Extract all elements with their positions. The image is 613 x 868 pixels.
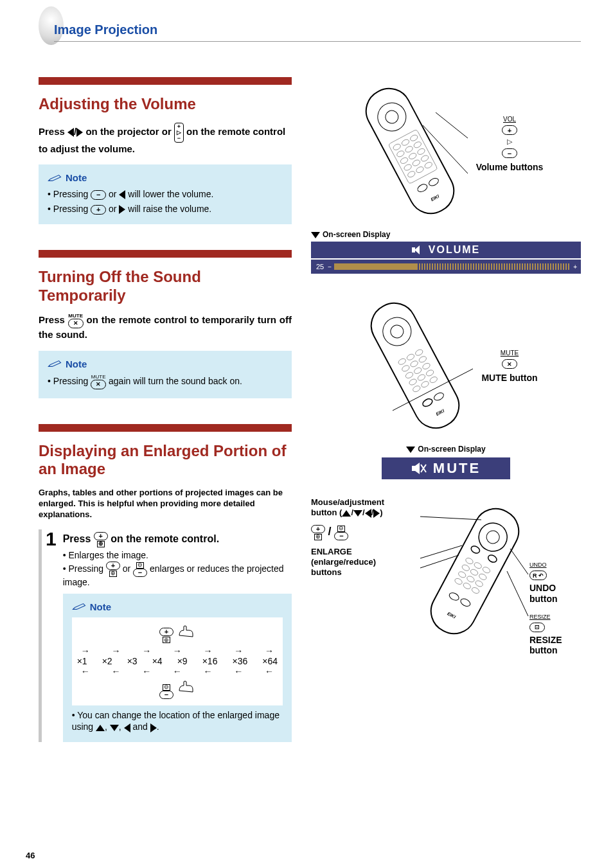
figure-volume: EIKI VOL + ▷ − Volume buttons On-screen …: [311, 77, 581, 274]
hand-press-icon: [176, 624, 195, 638]
mute-speaker-icon: [411, 462, 427, 475]
enlarge-note: Note +⊕ →→→→→→→: [63, 594, 292, 742]
figure-mute: EIKI MUTE ✕ MUTE button On-screen Displa…: [311, 292, 581, 479]
heading-adjust-volume: Adjusting the Volume: [39, 95, 292, 114]
right-arrow-icon: [76, 128, 83, 137]
enlarge-plus-icon: +⊕: [311, 525, 325, 540]
vol-plus-icon: +: [502, 125, 517, 135]
up-arrow-icon: [96, 725, 105, 731]
minus-button-icon: −: [91, 190, 106, 200]
plus-button-icon: +: [91, 205, 106, 215]
osd-volume-level: 25 − +: [311, 260, 581, 274]
note-icon: [48, 173, 62, 182]
right-arrow-icon: [119, 205, 125, 214]
section-adjust-volume: Adjusting the Volume Press / on the proj…: [39, 77, 292, 224]
zoom-levels: ×1 ×2 ×3 ×4 ×9 ×16 ×36 ×64: [72, 656, 283, 666]
mute-button-label: MUTE button: [481, 373, 537, 384]
right-arrow-icon: [150, 723, 157, 732]
osd-mute-bar: MUTE: [382, 457, 510, 479]
undo-callout: UNDO R ↶: [529, 562, 581, 580]
enlarge-minus-icon: ⊖−: [133, 562, 147, 577]
enlarge-plus-icon: +⊕: [159, 628, 173, 643]
zoom-diagram: +⊕ →→→→→→→ ×1 ×2 ×3 ×4: [72, 617, 283, 705]
svg-line-70: [420, 517, 481, 520]
arrow-row-left: ←←←←←←←: [72, 666, 283, 677]
note-icon: [48, 359, 62, 368]
note-icon: [72, 602, 86, 611]
left-arrow-icon: [124, 723, 130, 732]
step-1: 1 Press +⊕ on the remote control. Enlarg…: [39, 529, 292, 742]
volume-buttons-label: Volume buttons: [476, 162, 544, 173]
step1-instruction: Press +⊕ on the remote control.: [63, 532, 292, 547]
note-label: Note: [66, 359, 87, 369]
note-label: Note: [66, 172, 87, 183]
remote-illustration: EIKI: [354, 292, 476, 439]
breadcrumb-bar: Image Projection: [39, 19, 581, 45]
figure-enlarge: Mouse/adjustment button (///) +⊕ / ⊖− EN…: [311, 497, 581, 656]
section-mute: Turning Off the Sound Temporarily Press …: [39, 250, 292, 398]
svg-line-22: [436, 112, 468, 138]
volume-remote-icon: +▷−: [174, 123, 184, 143]
enlarge-description: Graphs, tables and other portions of pro…: [39, 488, 292, 520]
vol-minus-icon: −: [502, 148, 517, 158]
heading-enlarge: Displaying an Enlarged Portion of an Ima…: [39, 442, 292, 479]
vol-buttons-callout: VOL + ▷ −: [476, 116, 544, 158]
mouse-adj-label: Mouse/adjustment button (///): [311, 497, 420, 518]
osd-heading: On-screen Display: [311, 445, 581, 454]
enlarge-minus-icon: ⊖−: [159, 684, 173, 699]
heading-mute: Turning Off the Sound Temporarily: [39, 268, 292, 305]
speaker-icon: [412, 245, 423, 254]
mute-button-icon: ✕: [91, 380, 106, 389]
resize-label: RESIZE button: [529, 635, 581, 657]
enlarge-plus-icon: +⊕: [106, 562, 120, 577]
note-move-enlarged: You can change the location of the enlar…: [72, 709, 283, 734]
section-rule: [39, 250, 292, 258]
remote-illustration: EIKI: [349, 77, 471, 225]
step-number: 1: [42, 529, 63, 742]
section-rule: [39, 77, 292, 85]
section-enlarge: Displaying an Enlarged Portion of an Ima…: [39, 424, 292, 743]
mute-button-callout: MUTE ✕: [481, 350, 537, 369]
step1-bullet2: Pressing +⊕ or ⊖− enlarges or reduces th…: [63, 562, 292, 587]
step1-bullet1: Enlarges the image.: [63, 550, 292, 560]
mute-button-icon: ✕: [68, 319, 84, 328]
down-arrow-icon: [110, 725, 119, 731]
undo-label: UNDO button: [529, 583, 581, 605]
mute-button-icon: ✕: [502, 359, 517, 369]
note-unmute: Pressing MUTE ✕ again will turn the soun…: [48, 375, 283, 389]
osd-heading: On-screen Display: [311, 230, 581, 239]
enlarge-buttons-label: ENLARGE (enlarge/reduce) buttons: [311, 547, 420, 578]
hand-press-icon: [176, 679, 195, 693]
note-raise-volume: Pressing + or will raise the volume.: [48, 203, 283, 215]
arrow-row-right: →→→→→→→: [72, 646, 283, 656]
mute-instruction: Press MUTE ✕ on the remote control to te…: [39, 314, 292, 341]
volume-instruction: Press / on the projector or +▷− on the r…: [39, 123, 292, 155]
remote-illustration: EIKI: [420, 497, 529, 645]
resize-button-icon: ⊡: [529, 623, 545, 632]
left-arrow-icon: [67, 128, 74, 137]
note-lower-volume: Pressing − or will lower the volume.: [48, 188, 283, 200]
enlarge-minus-icon: ⊖−: [334, 525, 348, 540]
osd-volume-bar: VOLUME: [311, 242, 581, 258]
enlarge-plus-icon: +⊕: [94, 532, 108, 547]
resize-callout: RESIZE ⊡: [529, 614, 581, 632]
page-number: 46: [26, 851, 35, 860]
undo-button-icon: R ↶: [529, 571, 547, 580]
svg-rect-46: [412, 466, 415, 471]
section-rule: [39, 424, 292, 432]
breadcrumb: Image Projection: [54, 22, 581, 42]
svg-line-73: [510, 549, 528, 574]
left-arrow-icon: [119, 190, 125, 199]
note-label: Note: [90, 601, 111, 612]
svg-line-74: [507, 571, 528, 616]
svg-marker-47: [415, 463, 420, 474]
mute-note: Note Pressing MUTE ✕ again will turn the…: [39, 351, 292, 398]
volume-note: Note Pressing − or will lower the volume…: [39, 164, 292, 224]
